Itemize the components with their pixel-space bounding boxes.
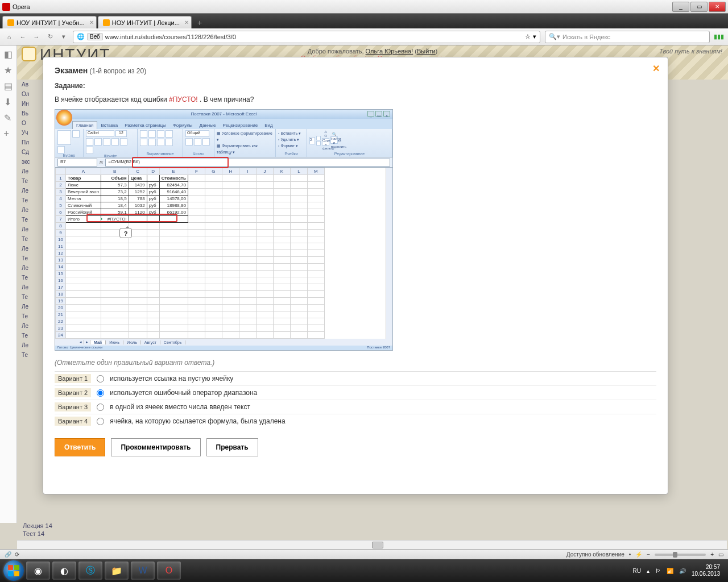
exam-modal: ✕ Экзамен (1-й вопрос из 20) Задание: В … [43, 57, 668, 494]
tab-1[interactable]: НОУ ИНТУИТ | Учебн... ✕ [2, 16, 97, 28]
welcome-text: Добро пожаловать, [308, 48, 366, 55]
start-button[interactable] [3, 560, 24, 581]
option-radio[interactable] [97, 389, 104, 397]
url-bar[interactable]: 🌐 Веб www.intuit.ru/studies/courses/1128… [73, 31, 540, 43]
option-radio[interactable] [97, 404, 104, 411]
zoom-slider[interactable] [655, 554, 706, 556]
ribbon: Буфер обм... Calibri 12 Шрифт Выравниван… [55, 129, 392, 157]
url-text: www.intuit.ru/studies/courses/1128/226/t… [105, 34, 236, 40]
option-label: Вариант 1 [55, 374, 91, 383]
option-text: ячейка, на которую ссылается формула, бы… [110, 417, 286, 425]
downloads-icon[interactable]: ⬇ [4, 97, 13, 106]
turbo-icon[interactable]: ⚡ [635, 551, 642, 558]
maximize-button[interactable]: ▭ [690, 2, 708, 12]
formula-bar: B7 fx =СУММ(B2 B6) [55, 157, 392, 168]
page-scrollbar[interactable] [17, 540, 727, 549]
star-icon[interactable]: ☆ [525, 33, 531, 40]
tab-title: НОУ ИНТУИТ | Лекци... [112, 19, 180, 26]
clock[interactable]: 20:57 10.06.2013 [692, 564, 720, 577]
svg-rect-0 [8, 565, 13, 570]
scroll-thumb[interactable] [372, 542, 383, 548]
tab-2[interactable]: НОУ ИНТУИТ | Лекци... ✕ [98, 16, 192, 28]
search-placeholder: Искать в Яндекс [562, 34, 610, 40]
option-text: используется ссылка на пустую ячейку [110, 375, 233, 383]
vertical-scrollbar [386, 168, 392, 339]
excel-statusbar: Готово Циклические ссылки Поставки 2007 [55, 346, 392, 350]
browser-toolbar: ⌂ ← → ↻ ▾ 🌐 Веб www.intuit.ru/studies/co… [0, 28, 728, 45]
explorer-task-icon[interactable]: 📁 [105, 562, 129, 580]
opera-task-icon[interactable]: O [157, 562, 181, 580]
bookmark-icon[interactable]: ★ [4, 65, 13, 74]
svg-rect-3 [14, 571, 19, 576]
task-label: Задание: [55, 82, 656, 90]
network-icon[interactable]: 📶 [667, 568, 673, 574]
search-box[interactable]: 🔍▾ Искать в Яндекс [545, 31, 710, 43]
option-row[interactable]: Вариант 2используется ошибочный оператор… [55, 385, 656, 400]
lesson-label: Лекция 14 [23, 522, 52, 530]
link-icon[interactable]: 🔗 [5, 551, 11, 558]
globe-icon: 🌐 [77, 33, 85, 40]
dropdown-icon[interactable]: ▾ [533, 33, 536, 40]
abort-button[interactable]: Прервать [206, 438, 258, 456]
word-task-icon[interactable]: W [131, 562, 155, 580]
forward-icon[interactable]: → [32, 32, 41, 41]
wand-icon[interactable]: ▾ [59, 32, 68, 41]
web-label: Веб [87, 33, 103, 40]
zoom-in-icon[interactable]: + [710, 551, 714, 558]
name-box: B7 [57, 159, 97, 167]
ribbon-tabs: ГлавнаяВставкаРазметка страницыФормулыДа… [55, 119, 392, 129]
office-button-icon [56, 110, 72, 126]
option-row[interactable]: Вариант 3в одной из ячеек вместо числа в… [55, 400, 656, 414]
logout-link[interactable]: Выйти [417, 48, 436, 55]
volume-icon[interactable]: 🔊 [679, 568, 686, 574]
opera-panel: ◧ ★ ▤ ⬇ ✎ + [0, 45, 17, 523]
bg-lesson: Лекция 14 Тест 14 [23, 522, 52, 538]
user-link[interactable]: Ольга Юрьевна! [366, 48, 413, 55]
new-tab-button[interactable]: + [193, 17, 206, 28]
home-icon[interactable]: ⌂ [5, 32, 14, 41]
option-radio[interactable] [97, 375, 104, 383]
fit-icon[interactable]: ▭ [718, 551, 723, 558]
option-text: в одной из ячеек вместо числа введен тек… [110, 403, 250, 411]
back-icon[interactable]: ← [18, 32, 27, 41]
option-row[interactable]: Вариант 1используется ссылка на пустую я… [55, 371, 656, 385]
taskbar: ◉ ◐ Ⓢ 📁 W O RU ▴ 🏳 📶 🔊 20:57 10.06.2013 [0, 559, 728, 582]
excel-titlebar: Поставки 2007 - Microsoft Excel _▭x [55, 110, 392, 119]
option-label: Вариант 3 [55, 402, 91, 411]
chrome-task-icon[interactable]: ◉ [26, 562, 50, 580]
skype-task-icon[interactable]: Ⓢ [78, 562, 102, 580]
tab-close-icon[interactable]: ✕ [184, 19, 189, 26]
notes-icon[interactable]: ✎ [4, 113, 13, 122]
option-row[interactable]: Вариант 4ячейка, на которую ссылается фо… [55, 414, 656, 428]
modal-close-icon[interactable]: ✕ [652, 63, 660, 74]
sheet-tabs: ◂▸ МайИюньИюльАвгустСентябрь [55, 339, 392, 346]
option-text: используется ошибочный оператор диапазон… [110, 389, 257, 397]
sync-icon[interactable]: ⟳ [15, 551, 19, 558]
spreadsheet-grid: ABCDEFGHIJKLM1ТоварОбъемЦенаСтоимость2Лю… [55, 168, 386, 339]
app-task-icon[interactable]: ◐ [52, 562, 76, 580]
excel-screenshot: Поставки 2007 - Microsoft Excel _▭x Глав… [55, 109, 393, 351]
test-label: Тест 14 [23, 530, 52, 538]
panel-icon[interactable]: ◧ [4, 49, 13, 58]
tab-favicon-icon [7, 19, 14, 26]
add-icon[interactable]: + [4, 128, 13, 138]
lang-indicator[interactable]: RU [632, 568, 640, 574]
close-button[interactable]: ✕ [709, 2, 726, 12]
history-icon[interactable]: ▤ [4, 81, 13, 90]
option-radio[interactable] [97, 418, 104, 425]
svg-rect-1 [14, 565, 19, 570]
system-tray: RU ▴ 🏳 📶 🔊 20:57 10.06.2013 [632, 564, 725, 577]
zoom-out-icon[interactable]: − [647, 551, 650, 558]
modal-title: Экзамен [55, 66, 88, 75]
submit-button[interactable]: Ответить [55, 438, 105, 456]
stats-icon[interactable]: ▮▮▮ [714, 32, 723, 41]
tray-expand-icon[interactable]: ▴ [647, 568, 650, 574]
comment-button[interactable]: Прокомментировать [111, 438, 200, 456]
formula-input: =СУММ(B2 B6) [105, 159, 390, 167]
minimize-button[interactable]: _ [672, 2, 689, 12]
reload-icon[interactable]: ↻ [46, 32, 55, 41]
flag-icon[interactable]: 🏳 [655, 568, 661, 574]
update-text[interactable]: Доступно обновление [566, 551, 624, 558]
tab-close-icon[interactable]: ✕ [89, 19, 94, 26]
browser-statusbar: 🔗 ⟳ Доступно обновление • ⚡ − + ▭ [0, 549, 728, 559]
